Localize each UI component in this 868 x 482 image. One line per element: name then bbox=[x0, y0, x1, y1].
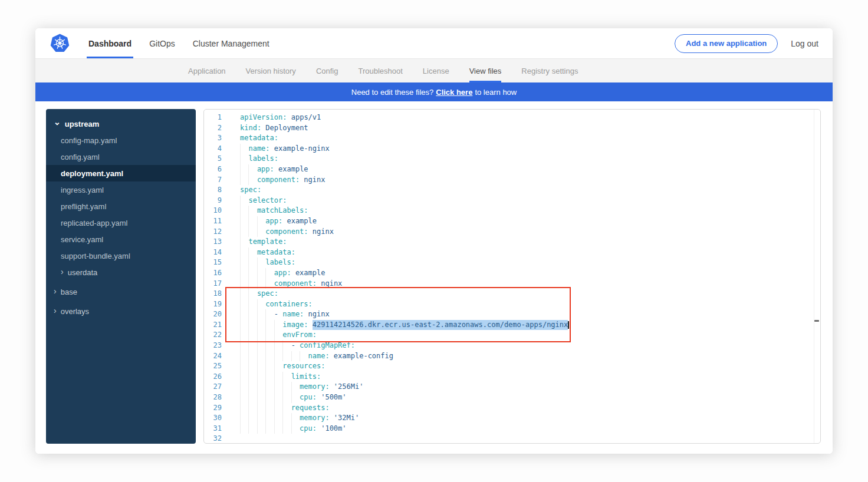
indent-guide bbox=[265, 341, 274, 351]
nav-item-label: Cluster Management bbox=[193, 39, 269, 48]
file-label: deployment.yaml bbox=[61, 169, 123, 178]
code-segment: template: bbox=[248, 237, 287, 247]
file-label: ingress.yaml bbox=[61, 186, 104, 194]
line-number: 4 bbox=[204, 144, 222, 154]
file-label: preflight.yaml bbox=[61, 202, 106, 211]
indent-guide bbox=[274, 413, 282, 424]
indent-guide bbox=[248, 382, 257, 392]
file-config-map-yaml[interactable]: config-map.yaml bbox=[46, 132, 196, 148]
code-line: 6app: example bbox=[204, 164, 820, 175]
nav-item-dashboard[interactable]: Dashboard bbox=[80, 28, 140, 58]
line-number: 19 bbox=[204, 299, 222, 310]
tab-config[interactable]: Config bbox=[306, 59, 348, 82]
editor-scrollbar[interactable] bbox=[814, 110, 814, 443]
code-line: 31cpu: '100m' bbox=[204, 424, 820, 434]
code-segment bbox=[308, 320, 313, 331]
top-navbar: DashboardGitOpsCluster Management Add a … bbox=[35, 28, 833, 59]
folder-userdata[interactable]: ›userdata bbox=[46, 264, 196, 280]
code-segment: component: bbox=[257, 175, 300, 186]
nav-item-cluster-management[interactable]: Cluster Management bbox=[184, 28, 278, 58]
code-segment: example-nginx bbox=[270, 144, 330, 154]
indent-guide bbox=[240, 206, 248, 216]
line-number: 28 bbox=[204, 392, 222, 403]
file-config-yaml[interactable]: config.yaml bbox=[46, 148, 196, 165]
indent-guide bbox=[248, 392, 257, 403]
indent-guide bbox=[291, 351, 300, 362]
tab-view-files[interactable]: View files bbox=[459, 59, 512, 82]
indent-guide bbox=[248, 227, 257, 237]
code-line: 15labels: bbox=[204, 257, 820, 268]
line-number: 31 bbox=[204, 424, 222, 434]
folder-upstream[interactable]: ⌄upstream bbox=[46, 115, 196, 132]
indent-guide bbox=[274, 424, 282, 434]
file-preflight-yaml[interactable]: preflight.yaml bbox=[46, 198, 196, 214]
indent-guide bbox=[240, 330, 248, 341]
indent-guide bbox=[248, 279, 257, 289]
chevron-right-icon: › bbox=[54, 306, 57, 315]
file-service-yaml[interactable]: service.yaml bbox=[46, 231, 196, 247]
tab-application[interactable]: Application bbox=[178, 59, 236, 82]
indent-guide bbox=[291, 382, 300, 392]
code-editor[interactable]: 1apiVersion: apps/v12kind: Deployment3me… bbox=[203, 109, 821, 444]
text-cursor bbox=[568, 321, 569, 329]
code-text: containers: bbox=[240, 299, 313, 310]
folder-overlays[interactable]: ›overlays bbox=[46, 303, 196, 319]
indent-guide bbox=[257, 382, 265, 392]
indent-guide bbox=[274, 320, 282, 331]
indent-guide bbox=[265, 382, 274, 392]
primary-nav: DashboardGitOpsCluster Management bbox=[80, 28, 278, 58]
file-label: support-bundle.yaml bbox=[61, 252, 130, 260]
indent-guide bbox=[240, 257, 248, 268]
indent-guide bbox=[248, 351, 257, 362]
add-application-button[interactable]: Add a new application bbox=[675, 34, 778, 53]
code-segment: limits: bbox=[291, 372, 321, 382]
file-label: service.yaml bbox=[61, 235, 103, 244]
tab-troubleshoot[interactable]: Troubleshoot bbox=[348, 59, 412, 82]
indent-guide bbox=[257, 413, 265, 424]
tab-registry-settings[interactable]: Registry settings bbox=[511, 59, 588, 82]
line-number: 9 bbox=[204, 196, 222, 206]
selected-text: 429114214526.dkr.ecr.us-east-2.amazonaws… bbox=[313, 320, 568, 331]
code-text: component: nginx bbox=[240, 175, 325, 186]
code-segment: name: bbox=[248, 144, 269, 154]
indent-guide bbox=[265, 403, 274, 414]
indent-guide bbox=[265, 309, 274, 320]
folder-base[interactable]: ›base bbox=[46, 283, 196, 300]
tab-version-history[interactable]: Version history bbox=[236, 59, 306, 82]
line-number: 23 bbox=[204, 341, 222, 351]
code-segment: spec: bbox=[257, 289, 278, 299]
indent-guide bbox=[240, 413, 248, 424]
code-line: 27memory: '256Mi' bbox=[204, 382, 820, 392]
tab-license[interactable]: License bbox=[413, 59, 459, 82]
file-support-bundle-yaml[interactable]: support-bundle.yaml bbox=[46, 247, 196, 264]
indent-guide bbox=[240, 216, 248, 227]
nav-item-gitops[interactable]: GitOps bbox=[140, 28, 184, 58]
code-text: name: example-nginx bbox=[240, 144, 330, 154]
indent-guide bbox=[240, 341, 248, 351]
indent-guide bbox=[257, 403, 265, 414]
code-line: 12component: nginx bbox=[204, 227, 820, 237]
code-line: 24name: example-config bbox=[204, 351, 820, 362]
code-segment: spec: bbox=[240, 185, 261, 196]
file-ingress-yaml[interactable]: ingress.yaml bbox=[46, 181, 196, 198]
banner-text-before: Need to edit these files? bbox=[351, 88, 433, 97]
logout-link[interactable]: Log out bbox=[791, 39, 818, 48]
indent-guide bbox=[257, 299, 265, 310]
code-segment: name: bbox=[308, 351, 330, 362]
indent-guide bbox=[248, 216, 257, 227]
indent-guide bbox=[291, 413, 300, 424]
line-number: 11 bbox=[204, 216, 222, 227]
file-deployment-yaml[interactable]: deployment.yaml bbox=[46, 165, 196, 181]
indent-guide bbox=[248, 372, 257, 382]
code-line: 3metadata: bbox=[204, 133, 820, 144]
click-here-link[interactable]: Click here bbox=[436, 88, 472, 97]
indent-guide bbox=[282, 392, 291, 403]
file-label: config-map.yaml bbox=[61, 136, 117, 145]
indent-guide bbox=[248, 299, 257, 310]
indent-guide bbox=[291, 424, 300, 434]
file-replicated-app-yaml[interactable]: replicated-app.yaml bbox=[46, 214, 196, 231]
indent-guide bbox=[257, 341, 265, 351]
indent-guide bbox=[300, 351, 308, 362]
code-text: template: bbox=[240, 237, 287, 247]
indent-guide bbox=[257, 330, 265, 341]
